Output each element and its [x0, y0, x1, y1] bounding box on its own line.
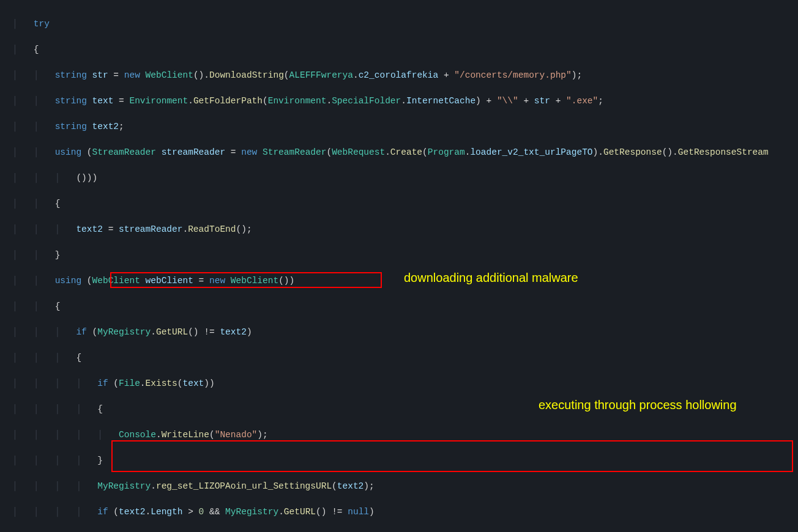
code-editor[interactable]: │ try │ { │ │ string str = new WebClient…: [0, 0, 798, 532]
keyword-try: try: [34, 19, 50, 29]
